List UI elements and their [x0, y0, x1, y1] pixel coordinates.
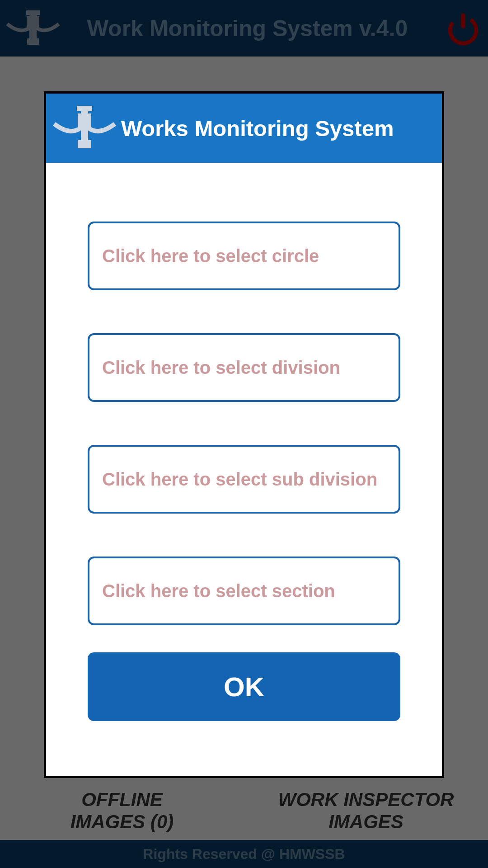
- svg-rect-7: [78, 140, 91, 148]
- select-subdivision[interactable]: Click here to select sub division: [88, 445, 400, 514]
- modal-title: Works Monitoring System: [121, 116, 394, 141]
- ok-button[interactable]: OK: [88, 652, 400, 721]
- select-division[interactable]: Click here to select division: [88, 333, 400, 402]
- svg-rect-5: [81, 108, 88, 141]
- select-section[interactable]: Click here to select section: [88, 557, 400, 625]
- modal-header: Works Monitoring System: [46, 94, 442, 163]
- select-placeholder: Click here to select section: [102, 581, 335, 601]
- svg-rect-6: [77, 106, 92, 111]
- modal-body: Click here to select circle Click here t…: [46, 163, 442, 776]
- select-placeholder: Click here to select circle: [102, 246, 319, 266]
- select-placeholder: Click here to select division: [102, 358, 340, 378]
- modal-logo-icon: [51, 102, 118, 154]
- modal-inner: Works Monitoring System Click here to se…: [46, 94, 442, 776]
- select-placeholder: Click here to select sub division: [102, 469, 377, 490]
- selection-modal: Works Monitoring System Click here to se…: [44, 91, 444, 778]
- select-circle[interactable]: Click here to select circle: [88, 222, 400, 290]
